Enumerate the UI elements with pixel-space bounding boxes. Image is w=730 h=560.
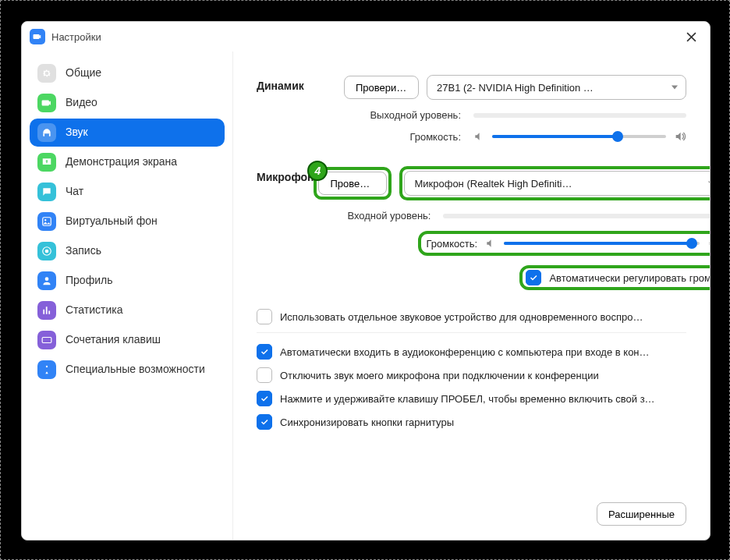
- microphone-volume-label: Громкость:: [426, 238, 477, 250]
- footer: Расширенные: [257, 488, 686, 540]
- checkbox-label: Автоматически входить в аудиоконференцию…: [280, 346, 650, 358]
- checkbox-label: Синхронизировать кнопки гарнитуры: [280, 416, 454, 428]
- microphone-section: Микрофон 4 Проверить … 3 Микрофон (Realt…: [257, 166, 686, 295]
- svg-rect-0: [43, 218, 51, 226]
- options-list: Использовать отдельное звуковое устройст…: [257, 309, 686, 438]
- advanced-button[interactable]: Расширенные: [597, 502, 686, 526]
- auto-adjust-volume-checkbox[interactable]: [526, 270, 541, 285]
- sidebar-item-label: Чат: [66, 186, 83, 197]
- window-body: Общие Видео Звук Демонстрация экрана Чат…: [22, 51, 710, 540]
- volume-low-icon: [473, 131, 484, 142]
- volume-low-icon: [485, 238, 496, 249]
- speaker-section: Динамик Проверить … 27B1 (2- NVIDIA High…: [257, 75, 686, 152]
- button-label: Расширенные: [608, 509, 675, 520]
- headphones-icon: [37, 123, 56, 142]
- microphone-device-select[interactable]: Микрофон (Realtek High Definiti…: [404, 171, 710, 196]
- microphone-heading: Микрофон: [257, 166, 314, 295]
- microphone-input-level: [443, 214, 710, 218]
- svg-point-6: [46, 366, 48, 367]
- sidebar-item-label: Запись: [66, 245, 101, 257]
- sidebar: Общие Видео Звук Демонстрация экрана Чат…: [22, 51, 233, 540]
- sidebar-item-virtual-bg[interactable]: Виртуальный фон: [30, 207, 225, 236]
- select-value: 27B1 (2- NVIDIA High Definition …: [437, 82, 594, 94]
- sidebar-item-label: Видео: [66, 97, 97, 108]
- sync-headset-buttons-checkbox[interactable]: [257, 414, 272, 430]
- sidebar-item-video[interactable]: Видео: [30, 89, 225, 117]
- svg-point-3: [45, 250, 49, 253]
- sidebar-item-label: Виртуальный фон: [66, 215, 158, 227]
- button-label: Проверить …: [356, 82, 407, 94]
- auto-join-audio-checkbox[interactable]: [257, 344, 272, 360]
- volume-high-icon: [674, 130, 686, 143]
- separator: [257, 332, 686, 333]
- settings-window: Настройки Общие Видео Звук Демонстрация …: [21, 21, 711, 541]
- svg-rect-5: [42, 338, 51, 343]
- close-icon: [686, 32, 696, 42]
- sidebar-item-chat[interactable]: Чат: [30, 178, 225, 206]
- app-icon: [30, 29, 45, 44]
- profile-icon: [37, 271, 56, 290]
- input-level-label: Входной уровень:: [314, 210, 435, 222]
- share-screen-icon: [37, 153, 56, 172]
- sidebar-item-label: Сочетания клавиш: [66, 334, 161, 346]
- record-icon: [37, 242, 56, 261]
- highlight-4: 4 Проверить …: [314, 167, 392, 200]
- svg-point-1: [44, 219, 46, 221]
- sidebar-item-shortcuts[interactable]: Сочетания клавиш: [30, 326, 225, 354]
- content: Динамик Проверить … 27B1 (2- NVIDIA High…: [233, 51, 710, 540]
- sidebar-item-recording[interactable]: Запись: [30, 237, 225, 265]
- speaker-heading: Динамик: [257, 75, 344, 152]
- sidebar-item-label: Общие: [66, 67, 101, 79]
- sidebar-item-share[interactable]: Демонстрация экрана: [30, 148, 225, 176]
- highlight-1: 1 Автоматически регулировать гром…: [519, 265, 710, 290]
- checkbox-label: Отключить звук моего микрофона при подкл…: [280, 370, 599, 381]
- test-microphone-button[interactable]: Проверить …: [318, 172, 387, 195]
- frame: Настройки Общие Видео Звук Демонстрация …: [0, 0, 730, 560]
- sidebar-item-general[interactable]: Общие: [30, 59, 225, 87]
- sidebar-item-label: Статистика: [66, 304, 123, 316]
- close-button[interactable]: [680, 26, 702, 48]
- gear-icon: [37, 64, 56, 83]
- test-speaker-button[interactable]: Проверить …: [344, 76, 419, 99]
- chat-icon: [37, 183, 56, 201]
- highlight-3: 3 Микрофон (Realtek High Definiti…: [399, 166, 710, 200]
- svg-point-4: [45, 277, 49, 281]
- speaker-volume-label: Громкость:: [344, 131, 466, 143]
- stats-icon: [37, 301, 56, 320]
- select-value: Микрофон (Realtek High Definiti…: [414, 178, 572, 190]
- checkbox-label: Автоматически регулировать гром…: [549, 272, 710, 284]
- sidebar-item-profile[interactable]: Профиль: [30, 267, 225, 295]
- sidebar-item-label: Профиль: [66, 275, 112, 286]
- speaker-volume-slider[interactable]: [492, 130, 666, 143]
- titlebar: Настройки: [22, 22, 710, 51]
- highlight-2: 2 Громкость:: [418, 231, 710, 256]
- checkbox-label: Использовать отдельное звуковое устройст…: [280, 311, 643, 323]
- sidebar-item-label: Специальные возможности: [66, 363, 205, 375]
- volume-high-icon: [707, 237, 710, 250]
- button-label: Проверить …: [330, 178, 375, 190]
- mute-mic-on-join-checkbox[interactable]: [257, 367, 272, 383]
- virtual-bg-icon: [37, 212, 56, 231]
- microphone-volume-slider[interactable]: [504, 237, 700, 250]
- sidebar-item-label: Звук: [66, 126, 88, 138]
- accessibility-icon: [37, 360, 56, 379]
- sidebar-item-audio[interactable]: Звук: [30, 119, 225, 147]
- checkbox-label: Нажмите и удерживайте клавишу ПРОБЕЛ, чт…: [280, 393, 655, 405]
- sidebar-item-accessibility[interactable]: Специальные возможности: [30, 356, 225, 384]
- speaker-device-select[interactable]: 27B1 (2- NVIDIA High Definition …: [427, 75, 686, 100]
- sidebar-item-stats[interactable]: Статистика: [30, 296, 225, 324]
- separate-audio-device-checkbox[interactable]: [257, 309, 272, 324]
- window-title: Настройки: [51, 31, 680, 43]
- sidebar-item-label: Демонстрация экрана: [66, 156, 177, 168]
- keyboard-icon: [37, 331, 56, 349]
- output-level-label: Выходной уровень:: [344, 109, 466, 121]
- camera-icon: [37, 94, 56, 112]
- push-to-talk-checkbox[interactable]: [257, 391, 272, 406]
- speaker-output-level: [473, 113, 686, 118]
